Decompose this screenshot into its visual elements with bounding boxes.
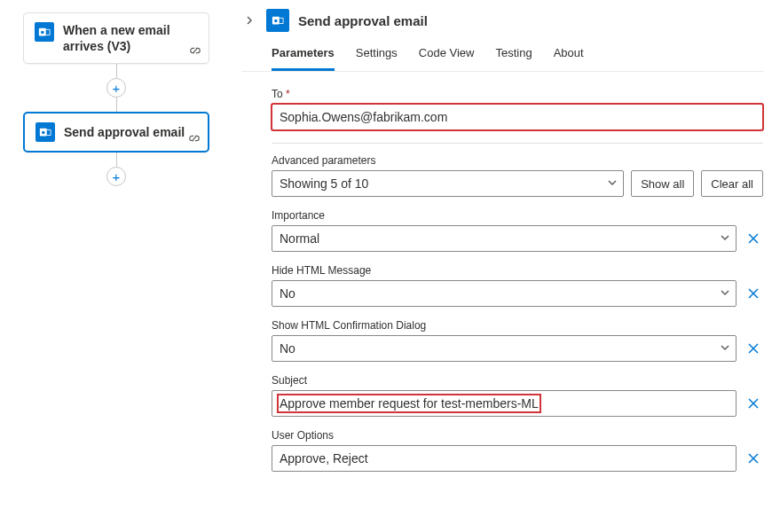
- chevron-down-icon: [607, 176, 618, 191]
- hidehtml-value: No: [280, 286, 295, 301]
- tab-about[interactable]: About: [554, 41, 584, 71]
- hidehtml-select[interactable]: No: [272, 280, 737, 307]
- collapse-arrow-icon[interactable]: [241, 12, 257, 28]
- chevron-down-icon: [720, 341, 730, 356]
- divider: [272, 143, 763, 144]
- useroptions-field: User Options: [272, 429, 763, 472]
- connector: +: [23, 64, 209, 112]
- clear-importance-button[interactable]: [744, 228, 763, 249]
- outlook-icon: [35, 122, 55, 142]
- importance-label: Importance: [272, 209, 763, 222]
- to-input[interactable]: [272, 104, 763, 130]
- advanced-value: Showing 5 of 10: [280, 176, 368, 191]
- action-card[interactable]: Send approval email: [23, 112, 209, 153]
- tab-bar: Parameters Settings Code View Testing Ab…: [241, 41, 763, 72]
- action-detail-pane: Send approval email Parameters Settings …: [231, 0, 772, 532]
- subject-value: Approve member request for test-members-…: [279, 395, 540, 411]
- add-action-button[interactable]: +: [106, 167, 126, 186]
- subject-field: Subject Approve member request for test-…: [272, 374, 763, 417]
- pane-title: Send approval email: [298, 13, 428, 28]
- clear-all-button[interactable]: Clear all: [701, 170, 763, 197]
- useroptions-input[interactable]: [272, 445, 737, 472]
- chevron-down-icon: [720, 286, 730, 301]
- trigger-card[interactable]: When a new email arrives (V3): [23, 12, 209, 64]
- showconfirm-field: Show HTML Confirmation Dialog No: [272, 319, 763, 362]
- showconfirm-select[interactable]: No: [272, 335, 737, 362]
- clear-useroptions-button[interactable]: [744, 448, 763, 469]
- importance-value: Normal: [280, 231, 319, 246]
- to-label: To: [272, 88, 763, 100]
- clear-showconfirm-button[interactable]: [744, 338, 763, 359]
- clear-hidehtml-button[interactable]: [744, 283, 763, 304]
- importance-select[interactable]: Normal: [272, 225, 737, 252]
- showconfirm-label: Show HTML Confirmation Dialog: [272, 319, 763, 332]
- outlook-icon: [35, 22, 54, 42]
- show-all-button[interactable]: Show all: [631, 170, 694, 197]
- tab-testing[interactable]: Testing: [495, 41, 532, 71]
- tab-codeview[interactable]: Code View: [419, 41, 475, 71]
- showconfirm-value: No: [280, 341, 295, 356]
- clear-subject-button[interactable]: [744, 393, 763, 414]
- hidehtml-label: Hide HTML Message: [272, 264, 763, 277]
- link-icon: [189, 44, 201, 59]
- advanced-parameters-select[interactable]: Showing 5 of 10: [272, 170, 624, 197]
- chevron-down-icon: [720, 231, 730, 246]
- connector: +: [23, 153, 209, 186]
- outlook-icon: [266, 9, 289, 32]
- hidehtml-field: Hide HTML Message No: [272, 264, 763, 307]
- importance-field: Importance Normal: [272, 209, 763, 252]
- workflow-canvas: When a new email arrives (V3) + Send app…: [0, 0, 231, 532]
- to-field: To: [272, 88, 763, 130]
- parameters-form: To Advanced parameters Showing 5 of 10 S…: [241, 72, 763, 472]
- advanced-parameters-label: Advanced parameters: [272, 154, 763, 167]
- subject-input[interactable]: Approve member request for test-members-…: [272, 390, 737, 417]
- action-title: Send approval email: [64, 124, 185, 140]
- trigger-title: When a new email arrives (V3): [63, 22, 198, 54]
- link-icon: [188, 132, 201, 147]
- useroptions-label: User Options: [272, 429, 763, 442]
- subject-label: Subject: [272, 374, 763, 387]
- add-action-button[interactable]: +: [106, 78, 126, 98]
- advanced-parameters-field: Advanced parameters Showing 5 of 10 Show…: [272, 154, 763, 197]
- tab-parameters[interactable]: Parameters: [272, 41, 335, 71]
- tab-settings[interactable]: Settings: [356, 41, 398, 71]
